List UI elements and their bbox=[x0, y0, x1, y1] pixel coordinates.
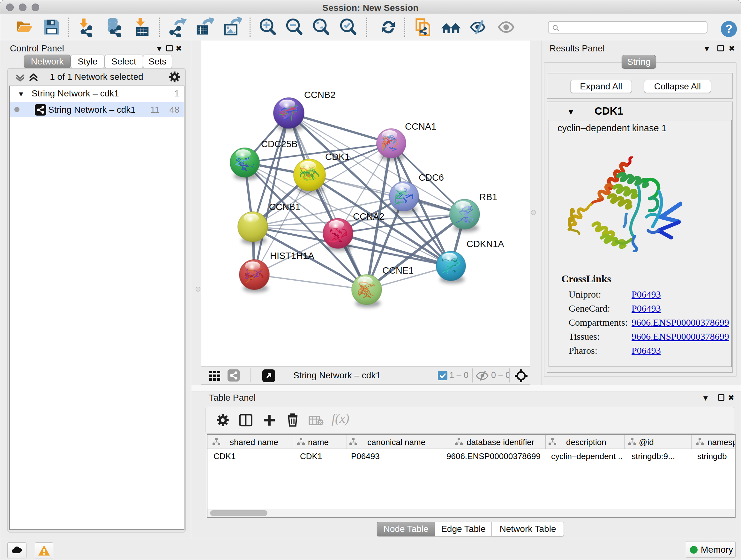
svg-text:RB1: RB1 bbox=[479, 192, 497, 202]
svg-text:CDKN1A: CDKN1A bbox=[467, 239, 504, 249]
svg-text:CDK1: CDK1 bbox=[325, 152, 350, 162]
svg-text:CCNA2: CCNA2 bbox=[353, 211, 384, 222]
svg-text:HIST1H1A: HIST1H1A bbox=[270, 251, 314, 261]
svg-text:CDC25B: CDC25B bbox=[261, 139, 297, 149]
svg-text:CCNE1: CCNE1 bbox=[382, 265, 414, 275]
svg-text:?: ? bbox=[725, 22, 732, 36]
svg-text:CCNB2: CCNB2 bbox=[304, 90, 335, 100]
svg-text:CDC6: CDC6 bbox=[419, 172, 444, 183]
svg-text:CCNA1: CCNA1 bbox=[405, 121, 436, 132]
svg-text:CCNB1: CCNB1 bbox=[269, 202, 300, 212]
